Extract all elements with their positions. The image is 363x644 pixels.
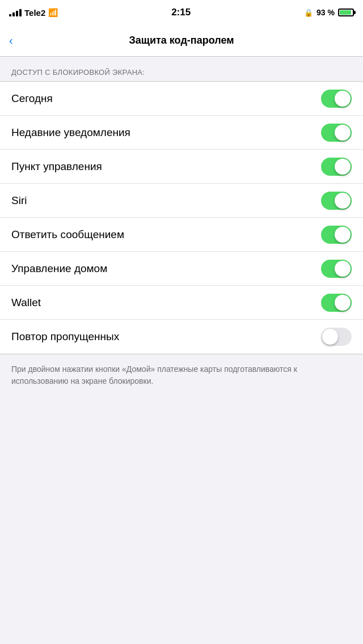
toggle-knob <box>335 159 351 175</box>
status-bar: Tele2 📶 2:15 🔒 93 % <box>0 0 363 25</box>
status-right: 🔒 93 % <box>304 8 354 17</box>
signal-bars <box>9 9 22 16</box>
row-label: Siri <box>11 194 27 207</box>
toggle-knob <box>335 91 351 107</box>
toggle-switch[interactable] <box>321 328 352 346</box>
settings-row[interactable]: Повтор пропущенных <box>0 320 363 354</box>
toggle-switch[interactable] <box>321 260 352 278</box>
settings-row[interactable]: Недавние уведомления <box>0 116 363 150</box>
toggle-switch[interactable] <box>321 158 352 176</box>
settings-row[interactable]: Управление домом <box>0 252 363 286</box>
row-label: Ответить сообщением <box>11 228 124 241</box>
battery-container <box>338 9 354 16</box>
toggle-knob <box>335 227 351 243</box>
battery-percent: 93 % <box>316 8 335 17</box>
row-label: Wallet <box>11 296 41 309</box>
section-header: ДОСТУП С БЛОКИРОВКОЙ ЭКРАНА: <box>0 57 363 81</box>
back-button[interactable]: ‹ <box>9 34 13 47</box>
row-label: Повтор пропущенных <box>11 331 119 343</box>
status-time: 2:15 <box>171 7 191 18</box>
status-left: Tele2 📶 <box>9 8 58 18</box>
toggle-knob <box>335 125 351 141</box>
settings-row[interactable]: Siri <box>0 184 363 218</box>
toggle-switch[interactable] <box>321 294 352 312</box>
toggle-knob <box>335 261 351 277</box>
row-label: Пункт управления <box>11 160 102 173</box>
wifi-icon: 📶 <box>48 8 58 17</box>
toggle-knob <box>322 329 338 345</box>
footer-note: При двойном нажатии кнопки «Домой» плате… <box>0 354 363 396</box>
row-label: Управление домом <box>11 262 107 275</box>
toggle-knob <box>335 193 351 209</box>
row-label: Недавние уведомления <box>11 126 130 139</box>
toggle-switch[interactable] <box>321 90 352 108</box>
settings-row[interactable]: Пункт управления <box>0 150 363 184</box>
carrier-label: Tele2 <box>24 8 45 18</box>
toggle-switch[interactable] <box>321 226 352 244</box>
row-label: Сегодня <box>11 92 53 105</box>
nav-bar: ‹ Защита код-паролем <box>0 25 363 57</box>
settings-list: СегодняНедавние уведомленияПункт управле… <box>0 81 363 354</box>
battery-fill <box>340 10 351 15</box>
settings-row[interactable]: Wallet <box>0 286 363 320</box>
settings-row[interactable]: Сегодня <box>0 82 363 116</box>
battery-icon <box>338 9 354 16</box>
toggle-switch[interactable] <box>321 124 352 142</box>
lock-icon: 🔒 <box>304 9 313 17</box>
toggle-switch[interactable] <box>321 192 352 210</box>
page-title: Защита код-паролем <box>129 35 234 46</box>
settings-row[interactable]: Ответить сообщением <box>0 218 363 252</box>
toggle-knob <box>335 295 351 311</box>
